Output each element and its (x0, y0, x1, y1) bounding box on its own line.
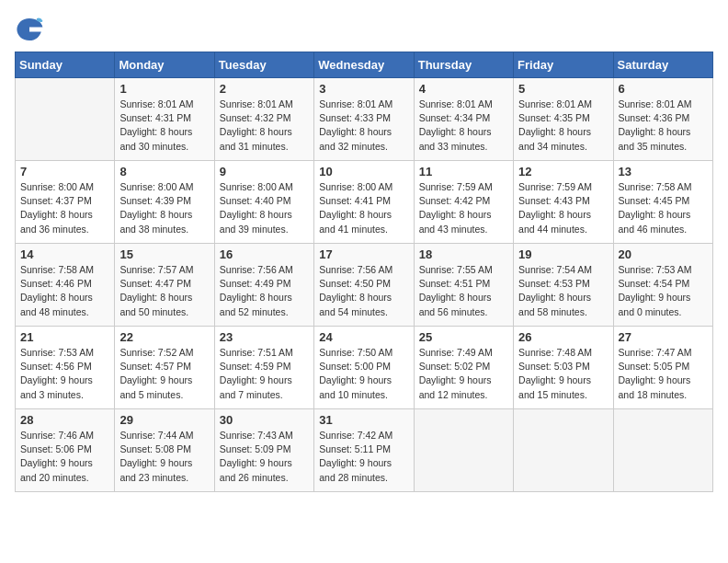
day-info: Sunrise: 8:00 AMSunset: 4:41 PMDaylight:… (319, 180, 408, 236)
day-number: 28 (20, 413, 109, 427)
day-number: 6 (619, 82, 708, 96)
day-number: 2 (220, 82, 309, 96)
calendar-cell: 2Sunrise: 8:01 AMSunset: 4:32 PMDaylight… (214, 78, 313, 161)
day-info: Sunrise: 8:00 AMSunset: 4:39 PMDaylight:… (119, 180, 209, 236)
day-number: 20 (619, 247, 708, 261)
day-info: Sunrise: 7:42 AMSunset: 5:11 PMDaylight:… (319, 429, 408, 485)
day-info: Sunrise: 8:01 AMSunset: 4:36 PMDaylight:… (619, 98, 708, 154)
logo (15, 15, 48, 44)
day-info: Sunrise: 7:56 AMSunset: 4:49 PMDaylight:… (220, 263, 309, 319)
day-info: Sunrise: 7:53 AMSunset: 4:56 PMDaylight:… (20, 346, 109, 402)
calendar-cell: 7Sunrise: 8:00 AMSunset: 4:37 PMDaylight… (16, 161, 115, 244)
day-number: 9 (220, 165, 309, 178)
calendar-cell: 20Sunrise: 7:53 AMSunset: 4:54 PMDayligh… (613, 244, 712, 327)
calendar-cell: 16Sunrise: 7:56 AMSunset: 4:49 PMDayligh… (214, 244, 313, 327)
day-info: Sunrise: 8:01 AMSunset: 4:33 PMDaylight:… (319, 98, 408, 154)
calendar-cell (16, 78, 115, 161)
day-info: Sunrise: 7:59 AMSunset: 4:42 PMDaylight:… (419, 180, 508, 236)
day-info: Sunrise: 7:54 AMSunset: 4:53 PMDaylight:… (518, 263, 608, 319)
day-info: Sunrise: 7:56 AMSunset: 4:50 PMDaylight:… (319, 263, 408, 319)
calendar-cell: 23Sunrise: 7:51 AMSunset: 4:59 PMDayligh… (214, 327, 313, 409)
day-info: Sunrise: 7:58 AMSunset: 4:46 PMDaylight:… (20, 263, 109, 319)
calendar-cell: 12Sunrise: 7:59 AMSunset: 4:43 PMDayligh… (514, 161, 613, 244)
calendar-cell (613, 409, 712, 492)
calendar-cell: 6Sunrise: 8:01 AMSunset: 4:36 PMDaylight… (613, 78, 712, 161)
calendar-cell: 28Sunrise: 7:46 AMSunset: 5:06 PMDayligh… (16, 409, 115, 492)
calendar-cell: 9Sunrise: 8:00 AMSunset: 4:40 PMDaylight… (214, 161, 313, 244)
weekday-header-saturday: Saturday (613, 52, 712, 78)
day-number: 23 (220, 330, 309, 344)
calendar-cell: 30Sunrise: 7:43 AMSunset: 5:09 PMDayligh… (214, 409, 313, 492)
calendar-cell: 18Sunrise: 7:55 AMSunset: 4:51 PMDayligh… (414, 244, 513, 327)
day-info: Sunrise: 7:49 AMSunset: 5:02 PMDaylight:… (419, 346, 508, 402)
calendar-cell: 14Sunrise: 7:58 AMSunset: 4:46 PMDayligh… (16, 244, 115, 327)
day-info: Sunrise: 8:00 AMSunset: 4:37 PMDaylight:… (20, 180, 109, 236)
day-info: Sunrise: 7:58 AMSunset: 4:45 PMDaylight:… (619, 180, 708, 236)
day-info: Sunrise: 7:48 AMSunset: 5:03 PMDaylight:… (518, 346, 608, 402)
day-number: 5 (518, 82, 608, 96)
calendar-cell: 3Sunrise: 8:01 AMSunset: 4:33 PMDaylight… (314, 78, 414, 161)
day-number: 16 (220, 247, 309, 261)
day-number: 13 (619, 165, 708, 178)
calendar-cell: 22Sunrise: 7:52 AMSunset: 4:57 PMDayligh… (115, 327, 214, 409)
weekday-header-thursday: Thursday (414, 52, 513, 78)
day-info: Sunrise: 7:50 AMSunset: 5:00 PMDaylight:… (319, 346, 408, 402)
week-row-5: 28Sunrise: 7:46 AMSunset: 5:06 PMDayligh… (16, 409, 713, 492)
weekday-header-row: SundayMondayTuesdayWednesdayThursdayFrid… (16, 52, 713, 78)
week-row-2: 7Sunrise: 8:00 AMSunset: 4:37 PMDaylight… (16, 161, 713, 244)
day-info: Sunrise: 7:43 AMSunset: 5:09 PMDaylight:… (220, 429, 309, 485)
weekday-header-monday: Monday (115, 52, 214, 78)
day-number: 30 (220, 413, 309, 427)
weekday-header-friday: Friday (514, 52, 613, 78)
calendar-cell: 21Sunrise: 7:53 AMSunset: 4:56 PMDayligh… (16, 327, 115, 409)
calendar-cell (414, 409, 513, 492)
calendar-cell: 29Sunrise: 7:44 AMSunset: 5:08 PMDayligh… (115, 409, 214, 492)
day-number: 7 (20, 165, 109, 178)
calendar-cell: 4Sunrise: 8:01 AMSunset: 4:34 PMDaylight… (414, 78, 513, 161)
calendar-cell: 17Sunrise: 7:56 AMSunset: 4:50 PMDayligh… (314, 244, 414, 327)
calendar-cell: 8Sunrise: 8:00 AMSunset: 4:39 PMDaylight… (115, 161, 214, 244)
day-info: Sunrise: 8:01 AMSunset: 4:31 PMDaylight:… (119, 98, 209, 154)
day-info: Sunrise: 7:52 AMSunset: 4:57 PMDaylight:… (119, 346, 209, 402)
day-number: 12 (518, 165, 608, 178)
day-number: 25 (419, 330, 508, 344)
day-number: 24 (319, 330, 408, 344)
calendar-cell: 15Sunrise: 7:57 AMSunset: 4:47 PMDayligh… (115, 244, 214, 327)
day-number: 31 (319, 413, 408, 427)
day-info: Sunrise: 7:53 AMSunset: 4:54 PMDaylight:… (619, 263, 708, 319)
day-info: Sunrise: 7:47 AMSunset: 5:05 PMDaylight:… (619, 346, 708, 402)
day-info: Sunrise: 7:46 AMSunset: 5:06 PMDaylight:… (20, 429, 109, 485)
day-number: 19 (518, 247, 608, 261)
day-number: 17 (319, 247, 408, 261)
day-info: Sunrise: 7:51 AMSunset: 4:59 PMDaylight:… (220, 346, 309, 402)
weekday-header-sunday: Sunday (16, 52, 115, 78)
calendar-cell (514, 409, 613, 492)
day-number: 18 (419, 247, 508, 261)
weekday-header-tuesday: Tuesday (214, 52, 313, 78)
day-number: 14 (20, 247, 109, 261)
day-number: 4 (419, 82, 508, 96)
week-row-4: 21Sunrise: 7:53 AMSunset: 4:56 PMDayligh… (16, 327, 713, 409)
week-row-1: 1Sunrise: 8:01 AMSunset: 4:31 PMDaylight… (16, 78, 713, 161)
day-info: Sunrise: 8:01 AMSunset: 4:32 PMDaylight:… (220, 98, 309, 154)
day-number: 3 (319, 82, 408, 96)
calendar-table: SundayMondayTuesdayWednesdayThursdayFrid… (15, 52, 713, 492)
day-info: Sunrise: 8:01 AMSunset: 4:35 PMDaylight:… (518, 98, 608, 154)
day-info: Sunrise: 8:01 AMSunset: 4:34 PMDaylight:… (419, 98, 508, 154)
week-row-3: 14Sunrise: 7:58 AMSunset: 4:46 PMDayligh… (16, 244, 713, 327)
calendar-cell: 5Sunrise: 8:01 AMSunset: 4:35 PMDaylight… (514, 78, 613, 161)
day-number: 21 (20, 330, 109, 344)
day-number: 8 (119, 165, 209, 178)
logo-icon (15, 15, 44, 44)
day-info: Sunrise: 7:55 AMSunset: 4:51 PMDaylight:… (419, 263, 508, 319)
day-number: 26 (518, 330, 608, 344)
calendar-cell: 10Sunrise: 8:00 AMSunset: 4:41 PMDayligh… (314, 161, 414, 244)
calendar-cell: 11Sunrise: 7:59 AMSunset: 4:42 PMDayligh… (414, 161, 513, 244)
page-header (15, 15, 713, 44)
day-number: 1 (119, 82, 209, 96)
calendar-cell: 1Sunrise: 8:01 AMSunset: 4:31 PMDaylight… (115, 78, 214, 161)
calendar-cell: 19Sunrise: 7:54 AMSunset: 4:53 PMDayligh… (514, 244, 613, 327)
day-number: 27 (619, 330, 708, 344)
weekday-header-wednesday: Wednesday (314, 52, 414, 78)
day-info: Sunrise: 7:59 AMSunset: 4:43 PMDaylight:… (518, 180, 608, 236)
